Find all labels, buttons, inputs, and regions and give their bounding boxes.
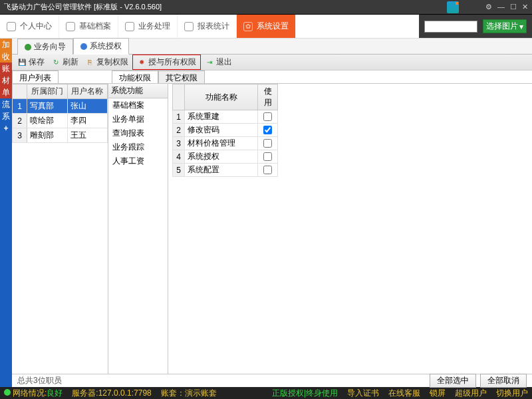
- online-service-button[interactable]: 在线客服: [388, 388, 420, 399]
- total-label: 总共3位职员: [17, 375, 62, 386]
- rail-flow[interactable]: 流: [0, 98, 12, 110]
- select-image-button[interactable]: 选择图片▾: [483, 19, 527, 33]
- phone-icon[interactable]: [447, 1, 459, 13]
- col-funcname[interactable]: 功能名称: [185, 84, 258, 110]
- refresh-icon: ↻: [51, 58, 61, 67]
- use-checkbox[interactable]: [263, 126, 272, 134]
- nav-reports[interactable]: 报表统计: [178, 15, 237, 38]
- search-input[interactable]: [424, 21, 477, 33]
- user-row[interactable]: 2 喷绘部 李四: [13, 114, 108, 128]
- rail-add[interactable]: 加: [0, 39, 12, 51]
- doc-tabs: 业务向导 系统授权: [12, 39, 532, 55]
- func-item[interactable]: 业务跟踪: [108, 140, 168, 154]
- panels: 所属部门 用户名称 1 写真部 张山 2 喷绘部 李四 3: [12, 84, 532, 374]
- title-bar: 飞扬动力广告公司管理软件 [标准版 - V2.6.0.560] ⚙ — ☐ ✕: [0, 0, 532, 15]
- nav-settings[interactable]: 系统设置: [237, 15, 296, 38]
- save-icon: 💾: [17, 58, 27, 67]
- license-label: 正版授权|终身使用: [272, 388, 338, 399]
- perm-row[interactable]: 5系统配置: [173, 164, 278, 177]
- use-checkbox[interactable]: [263, 166, 272, 174]
- nav-business[interactable]: 业务处理: [118, 15, 178, 38]
- auth-icon: [80, 43, 87, 50]
- close-button[interactable]: ✕: [522, 3, 528, 11]
- select-all-button[interactable]: 全部选中: [430, 374, 476, 388]
- deselect-all-button[interactable]: 全部取消: [480, 374, 527, 388]
- save-button[interactable]: 💾保存: [15, 55, 47, 69]
- col-use[interactable]: 使用: [258, 84, 278, 110]
- copy-icon: ⎘: [85, 58, 94, 67]
- rail-system[interactable]: 系: [0, 110, 12, 122]
- col-dept[interactable]: 所属部门: [27, 84, 68, 99]
- grant-all-button[interactable]: ✸授与所有权限: [134, 55, 199, 69]
- perm-header: 功能名称 使用: [173, 84, 278, 110]
- perm-row[interactable]: 2修改密码: [173, 124, 278, 137]
- nav-right: 选择图片▾: [419, 15, 532, 38]
- summary-bar: 总共3位职员 全部选中 全部取消: [12, 374, 532, 387]
- use-checkbox[interactable]: [263, 152, 272, 161]
- perm-row[interactable]: 1系统重建: [173, 110, 278, 124]
- perm-row[interactable]: 4系统授权: [173, 150, 278, 164]
- rail-order[interactable]: 单: [0, 86, 12, 98]
- tab-auth[interactable]: 系统授权: [73, 38, 129, 55]
- use-checkbox[interactable]: [263, 139, 272, 148]
- perm-table: 功能名称 使用 1系统重建 2修改密码 3材料价格管理 4系统授权 5系统配置: [172, 84, 278, 177]
- net-label: 网络情况:良好: [4, 388, 63, 399]
- func-item[interactable]: 查询报表: [108, 126, 168, 140]
- col-name[interactable]: 用户名称: [67, 84, 108, 99]
- subtab-otherperm[interactable]: 其它权限: [158, 70, 205, 83]
- nav-basicdata[interactable]: 基础档案: [59, 15, 118, 38]
- maximize-button[interactable]: ☐: [510, 3, 517, 11]
- gear-icon[interactable]: ⚙: [485, 3, 492, 11]
- import-cert-button[interactable]: 导入证书: [347, 388, 379, 399]
- ledger-label: 账套：演示账套: [161, 388, 217, 399]
- exit-icon: ⇥: [205, 58, 214, 67]
- user-header-row: 所属部门 用户名称: [13, 84, 108, 99]
- user-table: 所属部门 用户名称 1 写真部 张山 2 喷绘部 李四 3: [12, 84, 108, 143]
- left-rail: 加 收 账 材 单 流 系 +: [0, 39, 12, 387]
- exit-button[interactable]: ⇥退出: [202, 55, 235, 69]
- user-panel: 所属部门 用户名称 1 写真部 张山 2 喷绘部 李四 3: [12, 84, 108, 374]
- func-item[interactable]: 人事工资: [108, 154, 168, 168]
- rail-plus[interactable]: +: [0, 122, 12, 134]
- lock-button[interactable]: 锁屏: [430, 388, 446, 399]
- wizard-icon: [25, 44, 31, 51]
- switch-user-button[interactable]: 切换用户: [496, 388, 528, 399]
- copy-perm-button[interactable]: ⎘复制权限: [82, 55, 131, 69]
- status-bar: 网络情况:良好 服务器:127.0.0.1:7798 账套：演示账套 正版授权|…: [0, 387, 532, 399]
- nav-personal[interactable]: 个人中心: [0, 15, 59, 38]
- work-area: 加 收 账 材 单 流 系 + 业务向导 系统授权 💾保存 ↻刷新 ⎘复制权限 …: [0, 39, 532, 387]
- main-nav: 个人中心 基础档案 业务处理 报表统计 系统设置 选择图片▾: [0, 15, 532, 39]
- rail-material[interactable]: 材: [0, 74, 12, 86]
- user-row[interactable]: 1 写真部 张山: [13, 99, 108, 114]
- tab-wizard[interactable]: 业务向导: [17, 39, 73, 55]
- superuser-label: 超级用户: [455, 388, 487, 399]
- sub-tabs: 用户列表 功能权限 其它权限: [12, 70, 532, 84]
- doc-icon: [125, 22, 134, 31]
- window-controls: ⚙ — ☐ ✕: [485, 3, 528, 11]
- perm-row[interactable]: 3材料价格管理: [173, 137, 278, 150]
- func-tree: 系统功能 基础档案 业务单据 查询报表 业务跟踪 人事工资: [108, 84, 168, 374]
- user-row[interactable]: 3 雕刻部 王五: [13, 128, 108, 143]
- grant-icon: ✸: [137, 58, 146, 67]
- func-item[interactable]: 基础档案: [108, 98, 168, 112]
- list-icon: [66, 22, 75, 31]
- refresh-button[interactable]: ↻刷新: [49, 55, 81, 69]
- net-icon: [4, 389, 11, 396]
- highlight-box: ✸授与所有权限: [132, 55, 201, 70]
- toolbar: 💾保存 ↻刷新 ⎘复制权限 ✸授与所有权限 ⇥退出: [12, 55, 532, 70]
- app-title: 飞扬动力广告公司管理软件 [标准版 - V2.6.0.560]: [4, 2, 447, 12]
- perm-panel: 功能名称 使用 1系统重建 2修改密码 3材料价格管理 4系统授权 5系统配置: [168, 84, 532, 374]
- subtab-userlist[interactable]: 用户列表: [12, 70, 59, 83]
- rail-account[interactable]: 账: [0, 63, 12, 74]
- gear-icon: [243, 22, 253, 31]
- chart-icon: [184, 22, 194, 31]
- rail-receive[interactable]: 收: [0, 51, 12, 63]
- func-header: 系统功能: [108, 84, 168, 98]
- func-item[interactable]: 业务单据: [108, 112, 168, 126]
- subtab-funcperm[interactable]: 功能权限: [112, 70, 158, 83]
- minimize-button[interactable]: —: [497, 3, 505, 11]
- use-checkbox[interactable]: [263, 112, 272, 121]
- user-icon: [7, 22, 16, 31]
- server-label: 服务器:127.0.0.1:7798: [72, 388, 151, 399]
- content: 业务向导 系统授权 💾保存 ↻刷新 ⎘复制权限 ✸授与所有权限 ⇥退出 用户列表…: [12, 39, 532, 387]
